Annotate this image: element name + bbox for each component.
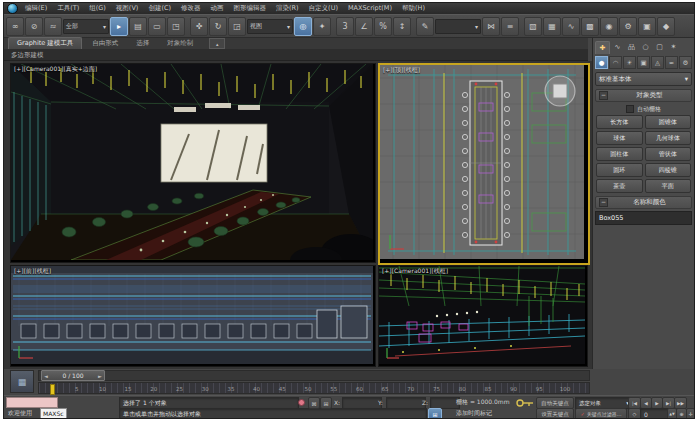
primitive-button[interactable]: 平面 (645, 179, 692, 193)
name-color-rollout[interactable]: − 名称和颜色 (595, 196, 692, 209)
layer-manager-icon[interactable]: ▧ (524, 17, 542, 36)
set-key-button[interactable]: 设置关键点 (536, 408, 574, 419)
primitive-button[interactable]: 茶壶 (596, 179, 643, 193)
curve-editor-icon[interactable]: ∿ (562, 17, 580, 36)
tab-selection[interactable]: 选择 (128, 38, 157, 49)
menu-item[interactable]: 帮助(H) (402, 4, 425, 13)
select-and-move-icon[interactable]: ✜ (190, 17, 208, 36)
primitive-button[interactable]: 四棱锥 (645, 163, 692, 177)
menu-item[interactable]: 动画 (211, 4, 224, 13)
rect-selection-region-icon[interactable]: ▭ (148, 17, 166, 36)
listener-tag[interactable]: MAXSc (40, 408, 67, 419)
tab-object-paint[interactable]: 对象绘制 (159, 38, 201, 49)
angle-snap-icon[interactable]: ∠ (355, 17, 373, 36)
geometry-icon[interactable]: ● (595, 56, 608, 69)
helpers-icon[interactable]: ◬ (651, 56, 664, 69)
lights-icon[interactable]: ☀ (623, 56, 636, 69)
named-sets-dropdown[interactable]: ▾ (435, 19, 481, 34)
menu-item[interactable]: 创建(C) (148, 4, 171, 13)
x-coord-field[interactable] (342, 397, 382, 409)
window-crossing-icon[interactable]: ◳ (167, 17, 185, 36)
object-type-rollout[interactable]: − 对象类型 (595, 89, 692, 102)
current-frame-marker[interactable] (50, 384, 55, 395)
ribbon-minimize-icon[interactable]: ▴ (209, 38, 225, 49)
add-time-tag[interactable]: 添加时间标记 (456, 408, 492, 418)
viewport-label[interactable]: [+][Camera001][线框] (382, 267, 448, 276)
percent-snap-icon[interactable]: % (374, 17, 392, 36)
tab-freeform[interactable]: 自由形式 (84, 38, 126, 49)
track-bar[interactable]: 5101520253035404550556065707580859095100 (38, 382, 590, 394)
y-coord-field[interactable] (386, 397, 426, 409)
shapes-icon[interactable]: ◠ (609, 56, 622, 69)
viewport-camera-wireframe[interactable]: [+][Camera001][线框] (378, 265, 588, 367)
select-by-name-icon[interactable]: ▤ (129, 17, 147, 36)
viewport-camera-wireframe-canvas[interactable] (379, 266, 585, 364)
pan-icon[interactable]: ✛ (686, 408, 695, 419)
selection-filter-dropdown[interactable]: 全部▾ (63, 19, 109, 34)
select-and-manipulate-icon[interactable]: ✦ (313, 17, 331, 36)
viewport-camera-shaded-canvas[interactable] (11, 64, 373, 260)
create-tab-icon[interactable]: ✚ (595, 41, 610, 54)
primitive-button[interactable]: 圆锥体 (645, 115, 692, 129)
align-icon[interactable]: ≡ (501, 17, 519, 36)
mirror-icon[interactable]: ⋈ (482, 17, 500, 36)
menu-item[interactable]: 视图(V) (116, 4, 139, 13)
menu-item[interactable]: 组(G) (89, 4, 106, 13)
menu-item[interactable]: 图形编辑器 (234, 4, 267, 13)
tab-graphite[interactable]: Graphite 建模工具 (8, 37, 82, 49)
unlink-selection-icon[interactable]: ⊘ (25, 17, 43, 36)
prev-frame-arrow-icon[interactable]: ◄ (42, 373, 50, 379)
viewport-front-wireframe[interactable]: [+][前][线框] (10, 265, 376, 367)
edit-named-sets-icon[interactable]: ✎ (416, 17, 434, 36)
render-icon[interactable]: ◆ (657, 17, 675, 36)
ref-coord-dropdown[interactable]: 视图▾ (247, 19, 293, 34)
hierarchy-tab-icon[interactable]: 品 (625, 41, 638, 53)
spacewarps-icon[interactable]: ≈ (665, 56, 678, 69)
modify-tab-icon[interactable]: ∿ (611, 41, 624, 53)
selection-lock-toggle-icon[interactable]: ⊞ (428, 408, 442, 419)
motion-tab-icon[interactable]: ○ (639, 41, 652, 53)
key-filters-button[interactable]: ✓ 关键点过滤器... (575, 408, 627, 419)
material-editor-icon[interactable]: ◉ (600, 17, 618, 36)
primitive-button[interactable]: 长方体 (596, 115, 643, 129)
menu-item[interactable]: 自定义(U) (309, 4, 338, 13)
mini-curve-editor-button[interactable]: ▦ (10, 370, 34, 393)
systems-icon[interactable]: ⚙ (679, 56, 692, 69)
viewport-label[interactable]: [+][前][线框] (14, 267, 51, 276)
viewport-camera-shaded[interactable]: [+][Camera001][真实+边面] (10, 63, 376, 263)
menu-item[interactable]: 修改器 (181, 4, 201, 13)
viewport-top-wireframe[interactable]: [+][顶][线框] (378, 63, 590, 265)
viewport-front-wireframe-canvas[interactable] (11, 266, 373, 364)
utilities-tab-icon[interactable]: ✶ (667, 41, 680, 53)
primitive-button[interactable]: 管状体 (645, 147, 692, 161)
viewport-top-wireframe-canvas[interactable] (380, 65, 584, 259)
menu-item[interactable]: 编辑(E) (25, 4, 47, 13)
snap-toggle-icon[interactable]: 3 (336, 17, 354, 36)
menu-item[interactable]: 工具(T) (57, 4, 79, 13)
next-frame-arrow-icon[interactable]: ► (96, 373, 104, 379)
bind-to-space-warp-icon[interactable]: ≈ (44, 17, 62, 36)
schematic-view-icon[interactable]: ▩ (581, 17, 599, 36)
use-pivot-center-icon[interactable]: ◎ (294, 17, 312, 36)
max-logo-icon[interactable] (7, 3, 18, 14)
time-slider[interactable]: ◄ 0 / 100 ► (38, 370, 590, 381)
display-tab-icon[interactable]: ▢ (653, 41, 666, 53)
select-and-link-icon[interactable]: ∞ (6, 17, 24, 36)
cameras-icon[interactable]: ▣ (637, 56, 650, 69)
primitive-category-dropdown[interactable]: 标准基本体 ▾ (595, 72, 692, 86)
autogrid-checkbox[interactable] (626, 105, 634, 113)
viewport-label[interactable]: [+][顶][线框] (383, 66, 420, 75)
primitive-button[interactable]: 几何球体 (645, 131, 692, 145)
primitive-button[interactable]: 球体 (596, 131, 643, 145)
primitive-button[interactable]: 圆环 (596, 163, 643, 177)
lock-selection-icon[interactable]: ⊠ (308, 397, 320, 409)
primitive-button[interactable]: 圆柱体 (596, 147, 643, 161)
abs-offset-toggle-icon[interactable]: ⊞ (320, 397, 332, 409)
ribbon-panel-strip[interactable]: 多边形建模 (4, 50, 588, 61)
menu-item[interactable]: 渲染(R) (276, 4, 299, 13)
object-name-field[interactable]: Box055 (595, 211, 692, 225)
spinner-snap-icon[interactable]: ↕ (393, 17, 411, 36)
rendered-frame-icon[interactable]: ▣ (638, 17, 656, 36)
viewport-label[interactable]: [+][Camera001][真实+边面] (14, 65, 97, 74)
render-setup-icon[interactable]: ⚙ (619, 17, 637, 36)
